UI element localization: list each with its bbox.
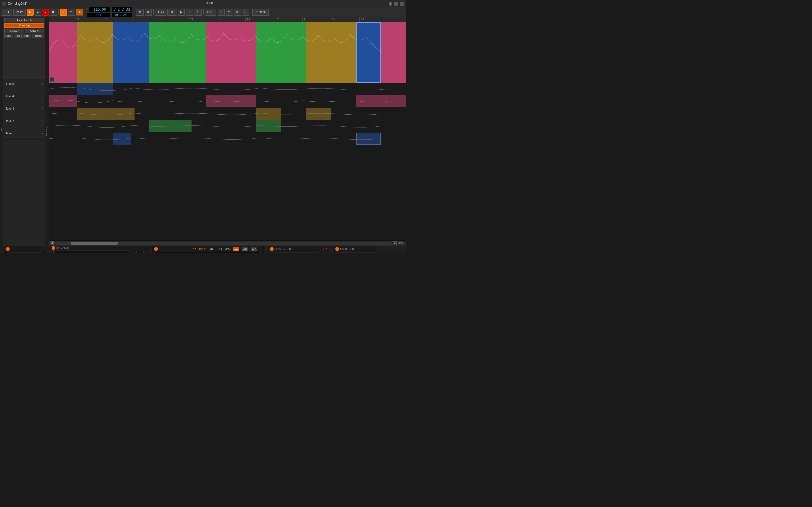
- peak-limiter-title: PEAK LIMITER: [274, 248, 291, 250]
- dynamics-vu-meters: +10 0 −10 −20 −30 −40 +10 0 −10 −2: [132, 250, 148, 253]
- oscilloscope-power-button[interactable]: [336, 247, 339, 251]
- scroll-left-button[interactable]: ◀: [50, 241, 54, 245]
- close-tab-btn[interactable]: ×: [29, 2, 31, 6]
- undo-button[interactable]: ↶: [217, 9, 225, 15]
- minimize-button[interactable]: −: [389, 2, 392, 6]
- clip-panel: Audio Events Comping Stretch Onsets Gain…: [3, 17, 45, 78]
- peak-limiter-header: PEAK LIMITER -17.2: [268, 246, 329, 252]
- maximize-button[interactable]: □: [394, 2, 398, 6]
- take-1-label: Take 1: [6, 132, 14, 135]
- take-5-track[interactable]: [49, 83, 406, 95]
- scrollbar-area: ◀ ▶ 1/16 -: [49, 240, 406, 245]
- page-ratio: 1/16 -: [399, 242, 405, 244]
- take-3-close[interactable]: ×: [42, 107, 43, 110]
- range-30-button[interactable]: ±30: [251, 247, 257, 250]
- eq-display[interactable]: 3 4 5 +10 0 -10: [156, 252, 263, 253]
- take-3-label: Take 3: [6, 107, 14, 110]
- redo-button[interactable]: ↷: [226, 9, 233, 15]
- snap-button[interactable]: ⌘: [136, 9, 144, 15]
- file-button[interactable]: FILE: [2, 9, 12, 15]
- pitch-button[interactable]: Pitch: [22, 34, 31, 38]
- rewind-button[interactable]: ↩: [186, 9, 193, 15]
- peak-limiter-power-button[interactable]: [270, 247, 273, 251]
- add-track-button[interactable]: ADD: [155, 9, 166, 15]
- take-2-track[interactable]: [49, 120, 406, 132]
- onsets-button[interactable]: Onsets: [24, 29, 44, 33]
- vu-db-labels: +10 0 −10 −20 −30 −40: [133, 251, 136, 253]
- gain-button[interactable]: Gain: [4, 34, 13, 38]
- add-clip-button[interactable]: +: [50, 77, 54, 81]
- bpm-value[interactable]: 110.00: [89, 7, 110, 12]
- take-3-track[interactable]: [49, 108, 406, 120]
- loop-region-button[interactable]: ↺: [145, 9, 152, 15]
- track-side-label-container: TRACK: [45, 17, 49, 245]
- dynamics-power-button[interactable]: [52, 246, 55, 250]
- stop-button[interactable]: ■: [35, 9, 41, 15]
- vu-button[interactable]: ⊔⊔: [167, 9, 177, 15]
- take-1-close[interactable]: ×: [42, 132, 43, 135]
- eq-power-button[interactable]: [154, 247, 158, 251]
- lead-vocals-label: LEAD VOCALS: [0, 246, 4, 253]
- add-plugin-1[interactable]: +: [45, 246, 50, 253]
- add-plugin-4[interactable]: +: [329, 246, 334, 253]
- range-20-button[interactable]: ±20: [242, 247, 248, 250]
- oscilloscope-header: OSCILLOSC.: [334, 246, 376, 252]
- take-5-close[interactable]: ×: [42, 82, 43, 85]
- eq-header: Shift 0.00 st Gain 0.0 dB Range ±10 ±20 …: [153, 246, 263, 252]
- play-from-button[interactable]: ▶: [178, 9, 185, 15]
- pan-button[interactable]: Pan: [14, 34, 22, 38]
- separator-6: [251, 9, 251, 15]
- region-button[interactable]: REGION: [252, 9, 268, 15]
- ruler-mark-32: 3.2: [274, 17, 278, 22]
- gain-label: Gain: [208, 248, 213, 250]
- left-panel: CLIP Audio Events Comping Stretch Onsets…: [0, 17, 49, 245]
- copy-button[interactable]: ⧉: [234, 9, 241, 15]
- record-button[interactable]: ●: [42, 9, 49, 15]
- folder-button[interactable]: 🗁: [194, 9, 202, 15]
- comping-button[interactable]: Comping: [4, 23, 44, 28]
- timeline-area: 1.3 1.4 2.1 2.2 2.3 2.4 3.1 3.2 3.3 3.4 …: [49, 17, 406, 245]
- eq-svg: [156, 252, 263, 253]
- range-10-button[interactable]: ±10: [233, 247, 240, 250]
- take-4-close[interactable]: ×: [42, 95, 43, 98]
- take3-wave-svg: [49, 108, 406, 120]
- shift-label: Shift: [191, 248, 196, 250]
- oscilloscope-content: Trigger A B ‖ ▶ Hold 320 ms ▼ ▲: [338, 252, 376, 253]
- pencil-button[interactable]: ✏: [68, 9, 75, 15]
- loop-button[interactable]: ⇆: [50, 9, 57, 15]
- scroll-right-button[interactable]: ▶: [393, 241, 397, 245]
- delete-button[interactable]: ✕: [242, 9, 249, 15]
- play-button[interactable]: ▶: [27, 9, 34, 15]
- formant-button[interactable]: Formant: [32, 34, 44, 38]
- stretch-button[interactable]: Stretch: [4, 29, 24, 33]
- eq-panel: Shift 0.00 st Gain 0.0 dB Range ±10 ±20 …: [153, 246, 263, 253]
- close-button[interactable]: ×: [400, 2, 404, 6]
- de-esser-vu-left: [4, 252, 7, 253]
- take-2-close[interactable]: ×: [42, 119, 43, 122]
- add-button[interactable]: +: [60, 9, 67, 15]
- separator-1: [58, 9, 59, 15]
- shift-value: 0.00 st: [199, 248, 206, 250]
- take-4-track[interactable]: [49, 95, 406, 108]
- clip-row-2: Gain Pan Pitch Formant: [4, 34, 44, 38]
- ruler-mark-21: 2.1: [131, 17, 136, 22]
- add-plugin-2[interactable]: +: [148, 246, 153, 253]
- audio-events-button[interactable]: Audio Events: [4, 18, 44, 22]
- dynamics-panel: DYNAMICS DYNAMICS: [50, 246, 148, 253]
- take-4-label: Take 4: [6, 95, 14, 98]
- scrollbar-thumb[interactable]: [70, 242, 118, 244]
- dynamics-wave-svg: [55, 251, 130, 253]
- bottom-panels: LEAD VOCALS 4.49 kHz −: [0, 245, 406, 253]
- take1-wave-svg: [49, 132, 406, 145]
- scrollbar-track[interactable]: [55, 242, 392, 244]
- ruler-mark-34: 3.4: [331, 17, 336, 22]
- comp-track[interactable]: +: [49, 22, 406, 83]
- ruler: 1.3 1.4 2.1 2.2 2.3 2.4 3.1 3.2 3.3 3.4 …: [49, 17, 406, 22]
- add-plugin-3[interactable]: +: [263, 246, 268, 253]
- take-1-track[interactable]: [49, 132, 406, 145]
- play-label-button[interactable]: PLAY: [13, 9, 26, 15]
- de-esser-view-button[interactable]: [41, 248, 43, 250]
- cursor-button[interactable]: ⊞: [76, 9, 83, 15]
- edit-button[interactable]: EDIT: [205, 9, 216, 15]
- de-esser-power-button[interactable]: [6, 247, 9, 251]
